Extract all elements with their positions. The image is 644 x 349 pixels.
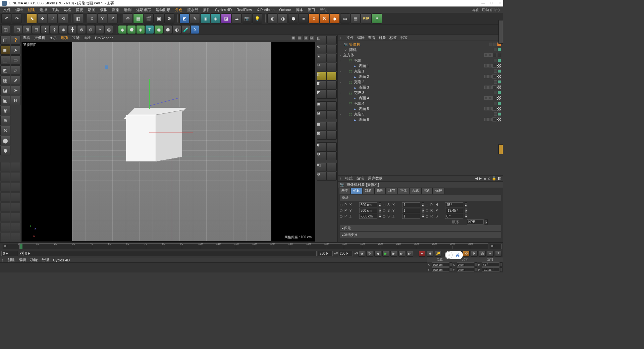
left-tool-11-0[interactable]: ⬢ <box>0 146 10 155</box>
cube-button[interactable]: ◩ <box>179 13 190 23</box>
snap-a[interactable]: ⊡ <box>14 25 22 34</box>
snap-b[interactable]: ⊞ <box>23 25 32 34</box>
fcurve-button[interactable]: ≡ <box>487 251 494 257</box>
objmenu-2[interactable]: 查看 <box>368 35 375 40</box>
rotate-tool[interactable]: ⟲ <box>58 13 68 23</box>
light-button[interactable]: 💡 <box>252 13 262 23</box>
tree-row[interactable]: ▲表面 2 <box>338 74 503 79</box>
coord-pz[interactable] <box>359 214 377 219</box>
right-tool-6[interactable]: ◩ <box>317 90 337 99</box>
snap-j[interactable]: ⌖ <box>95 25 104 34</box>
side-tab-2[interactable] <box>498 144 503 154</box>
layout-selector[interactable]: 界面: 启动 (用户) <box>470 7 502 13</box>
render-region-button[interactable]: ▣ <box>154 13 164 23</box>
axis-widget[interactable]: y x z <box>26 224 39 237</box>
coord-rp[interactable] <box>445 208 463 213</box>
mograph-e[interactable]: ⬢ <box>163 25 172 34</box>
right-tool-0[interactable]: ◫ <box>317 36 337 44</box>
right-tool-14[interactable]: ◐ <box>317 142 337 151</box>
axis-y-button[interactable]: Y <box>97 13 107 23</box>
attr-tab-0[interactable]: 基本 <box>339 188 351 194</box>
bsize-x[interactable] <box>457 262 474 267</box>
attr-tab-7[interactable]: 球面 <box>421 188 433 194</box>
right-tool-15[interactable]: ◑ <box>317 151 337 160</box>
bpos-x[interactable] <box>432 262 449 267</box>
camera-button[interactable]: 📷 <box>242 13 252 23</box>
tree-row[interactable]: ⁘随机 <box>338 47 503 52</box>
freeze-section[interactable]: 冻结变换 <box>340 232 501 238</box>
menu-3[interactable]: 选择 <box>38 7 49 13</box>
viewport[interactable]: 透视视图 y x z 网格间距 : 100 cm <box>21 42 315 242</box>
play-button[interactable]: ▶ <box>382 251 389 257</box>
tool-a[interactable]: ◐ <box>267 13 277 23</box>
menu-6[interactable]: 捕捉 <box>74 7 85 13</box>
coord-system-button[interactable]: ⊕ <box>123 13 133 23</box>
menu-9[interactable]: 渲染 <box>110 7 121 13</box>
snap-f[interactable]: ⊕ <box>59 25 68 34</box>
attrmenu-0[interactable]: 模式 <box>345 176 353 181</box>
select-tool[interactable]: ⬉ <box>27 13 37 23</box>
tree-row[interactable]: -📷摄像机 <box>338 42 503 47</box>
tree-row[interactable]: ▲表面 1 <box>338 63 503 68</box>
tree-row[interactable]: ▲表面 4 <box>338 95 503 101</box>
matmenu-4[interactable]: Cycles 4D <box>53 258 70 262</box>
objmenu-4[interactable]: 标签 <box>389 35 397 40</box>
tool-b[interactable]: ◑ <box>278 13 288 23</box>
order-select[interactable] <box>467 219 484 225</box>
octane-s-button[interactable]: S <box>319 13 329 23</box>
viewmenu-0[interactable]: 查看 <box>23 35 30 40</box>
minimize-button[interactable]: — <box>481 1 485 5</box>
recent-tool[interactable]: ◧ <box>73 13 83 23</box>
menu-13[interactable]: 角色 <box>173 7 184 13</box>
xparticles-button[interactable]: X <box>309 13 319 23</box>
matmenu-3[interactable]: 纹理 <box>42 257 49 262</box>
attrmenu-1[interactable]: 编辑 <box>357 176 364 181</box>
left-tool-0-1[interactable]: ? <box>11 35 20 45</box>
left-tool-1-0[interactable]: ▣ <box>0 45 10 55</box>
right-tool-11[interactable]: ▦ <box>317 122 337 131</box>
mograph-a[interactable]: ◆ <box>118 25 127 34</box>
tool-c[interactable]: ⬢ <box>288 13 298 23</box>
view-layout-icon[interactable]: ⊞ <box>303 36 308 40</box>
octane-button[interactable]: ◆ <box>330 13 340 23</box>
viewmenu-2[interactable]: 显示 <box>49 35 57 40</box>
snap-c[interactable]: ⊟ <box>32 25 41 34</box>
left-tool-5-0[interactable]: ◪ <box>0 86 10 95</box>
right-tool-18[interactable]: ⚙ <box>317 172 337 181</box>
material-body[interactable] <box>0 263 427 272</box>
tree-row[interactable]: ▲表面 6 <box>338 117 503 122</box>
redo-button[interactable]: ↷ <box>12 13 22 23</box>
menu-2[interactable]: 创建 <box>25 7 37 13</box>
axis-z-button[interactable]: Z <box>108 13 118 23</box>
menu-19[interactable]: Octane <box>277 7 293 12</box>
right-tool-2[interactable]: ▲ <box>317 54 337 62</box>
mograph-c[interactable]: ◈ <box>136 25 145 34</box>
attr-tab-6[interactable]: 合成 <box>410 188 421 194</box>
attr-tab-2[interactable]: 对象 <box>363 188 374 194</box>
frame-end-b-input[interactable] <box>338 251 353 256</box>
tool-g[interactable]: B <box>372 13 382 23</box>
snap-k[interactable]: ◎ <box>104 25 113 34</box>
cube-object[interactable] <box>126 107 184 163</box>
tree-row[interactable]: -立方体 <box>338 52 503 58</box>
coord-rh[interactable] <box>445 202 463 207</box>
viewmenu-3[interactable]: 选项 <box>61 35 68 40</box>
goto-start-button[interactable]: ⏮ <box>358 251 365 257</box>
generator-button[interactable]: ◈ <box>211 13 221 23</box>
tree-row[interactable]: -⬚克隆.4 <box>338 101 503 106</box>
objmenu-5[interactable]: 书签 <box>400 35 408 40</box>
spinner-icon[interactable]: ▴▾ <box>334 251 337 256</box>
menu-16[interactable]: Cycles 4D <box>213 7 234 12</box>
objmenu-3[interactable]: 对象 <box>379 35 386 40</box>
matmenu-1[interactable]: 编辑 <box>19 257 26 262</box>
viewmenu-4[interactable]: 过滤 <box>72 35 79 40</box>
right-tool-8[interactable]: ▣ <box>317 101 337 110</box>
quaternion-section[interactable]: 四元 <box>340 225 501 231</box>
right-tool-12[interactable]: ⊞ <box>317 131 337 140</box>
scale-tool[interactable]: ⤢ <box>48 13 58 23</box>
viewmenu-6[interactable]: ProRender <box>95 36 113 40</box>
menu-20[interactable]: 脚本 <box>294 7 305 13</box>
view-layout-icon[interactable]: ◫ <box>297 36 302 40</box>
coord-rb[interactable] <box>445 214 463 219</box>
matmenu-0[interactable]: 创建 <box>7 257 15 262</box>
